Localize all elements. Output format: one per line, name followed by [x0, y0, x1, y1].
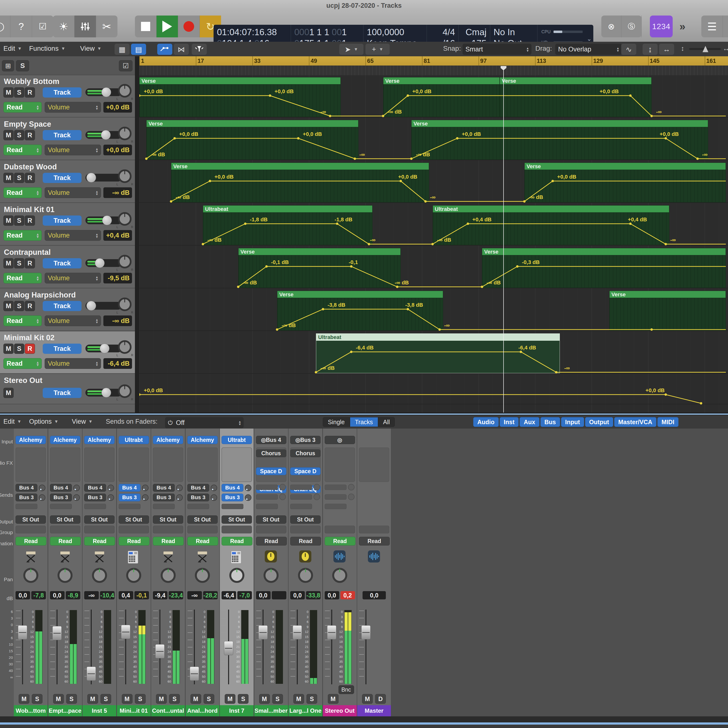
mute-button[interactable]: M — [3, 216, 14, 226]
library-icon[interactable]: ☀ — [53, 15, 75, 37]
channel-group-box[interactable] — [222, 526, 252, 534]
fader-cap[interactable] — [327, 626, 336, 639]
cut-off-icon[interactable]: ◯ — [0, 15, 11, 37]
track-level-meter[interactable] — [86, 88, 122, 96]
playhead[interactable] — [503, 66, 504, 413]
empty-send-slot[interactable] — [187, 504, 209, 509]
mixer-channel-7[interactable]: UltrabtBus 4Bus 3St OutRead-6,4-7,003691… — [220, 428, 254, 716]
solo-button[interactable]: S — [14, 344, 24, 354]
panel-divider[interactable] — [0, 413, 728, 416]
audio-fx-box[interactable] — [325, 448, 355, 482]
solo-button[interactable]: S — [14, 130, 24, 140]
automation-line[interactable] — [203, 224, 726, 244]
channel-pan-knob[interactable] — [23, 568, 38, 583]
channel-group-box[interactable] — [187, 526, 218, 534]
channel-automation-button[interactable]: Read — [84, 537, 115, 546]
meter-knob[interactable] — [86, 301, 96, 310]
channel-group-box[interactable] — [119, 526, 149, 534]
automation-node[interactable] — [170, 200, 172, 203]
send-level-knob[interactable] — [245, 494, 251, 501]
fader-cap[interactable] — [190, 667, 199, 681]
track-header-8[interactable]: Stereo OutMTrackLR — [0, 374, 135, 404]
channel-name[interactable]: Wob...ttom — [14, 705, 47, 716]
send-bus-button[interactable]: Bus 4 — [187, 484, 209, 492]
zoom-horizontal-arrows[interactable]: ↔ — [723, 44, 728, 52]
automation-node[interactable] — [650, 115, 653, 117]
channel-solo-button[interactable]: S — [306, 694, 317, 704]
solo-shield-icon[interactable]: Ⓢ — [621, 15, 642, 37]
send-bus-button[interactable]: Bus 4 — [50, 484, 72, 492]
automation-mode-dropdown[interactable]: Read▴▾ — [3, 273, 42, 283]
audio-fx-box[interactable] — [50, 448, 80, 482]
send-slot[interactable]: Bus 3 — [15, 494, 45, 502]
automation-node[interactable] — [139, 393, 141, 396]
empty-send-slot[interactable] — [84, 504, 106, 509]
audio-fx-box[interactable] — [84, 448, 115, 482]
vertical-zoom-icon[interactable]: ↨ — [642, 44, 658, 55]
channel-input-button[interactable]: Ultrabt — [222, 436, 252, 444]
mixer-channel-9[interactable]: ◎ Bus 3ChorusSpace DChan EQSt OutRead0,0… — [289, 428, 323, 716]
automation-node[interactable] — [410, 158, 413, 160]
channel-pan-knob[interactable] — [161, 568, 176, 583]
audio-fx-box[interactable] — [222, 448, 252, 482]
empty-send-row[interactable] — [256, 494, 286, 500]
channel-fader-area[interactable]: 03691215182124303540455060 — [14, 610, 47, 684]
channel-mute-button[interactable]: M — [87, 694, 98, 704]
send-bus-button[interactable]: Bus 3 — [84, 494, 106, 502]
pan-knob[interactable] — [118, 127, 132, 140]
empty-send-row[interactable] — [256, 484, 286, 491]
channel-group-box[interactable] — [325, 526, 355, 534]
fader-cap[interactable] — [121, 625, 130, 639]
crosshair-tool-select[interactable]: +▼ — [366, 44, 390, 55]
send-bus-button[interactable]: Bus 4 — [84, 484, 106, 492]
send-level-knob[interactable] — [73, 494, 80, 501]
audio-fx-box[interactable]: ChorusSpace DChan EQ — [290, 448, 321, 482]
automation-param-dropdown[interactable]: Volume▴▾ — [44, 102, 101, 113]
channel-pan-knob[interactable] — [229, 568, 245, 583]
channel-fader-area[interactable]: 03691215182124303540455060 — [220, 610, 254, 684]
meter-knob[interactable] — [102, 216, 112, 225]
mixer-view-all[interactable]: All — [378, 417, 395, 427]
channel-input-button[interactable]: ◎ Bus 4 — [256, 436, 286, 444]
record-button[interactable] — [178, 15, 200, 37]
track-level-meter[interactable] — [86, 389, 122, 396]
empty-send-slot[interactable] — [15, 504, 37, 509]
empty-send-slot[interactable] — [222, 504, 243, 509]
automation-mode-dropdown[interactable]: Read▴▾ — [3, 145, 42, 155]
solo-button[interactable]: S — [14, 173, 24, 183]
channel-automation-button[interactable]: Read — [325, 537, 355, 546]
automation-line[interactable] — [146, 138, 726, 159]
automation-node[interactable] — [664, 137, 667, 139]
automation-node[interactable] — [664, 243, 667, 245]
solo-button[interactable]: S — [14, 301, 24, 311]
mute-button[interactable]: M — [3, 344, 14, 354]
automation-mode-dropdown[interactable]: Read▴▾ — [3, 187, 42, 198]
send-slot[interactable]: Bus 4 — [187, 484, 217, 492]
send-bus-button[interactable]: Bus 4 — [15, 484, 37, 492]
empty-send-slot[interactable] — [256, 504, 278, 509]
channel-input-button[interactable]: ◎ Bus 3 — [290, 436, 321, 444]
meter-knob[interactable] — [101, 87, 111, 97]
automation-mode-dropdown[interactable]: Read▴▾ — [3, 102, 42, 113]
automation-mode-dropdown[interactable]: Read▴▾ — [3, 230, 42, 241]
menu-view[interactable]: View▼ — [80, 44, 101, 52]
channel-fader-area[interactable]: 03691215182124303540455060 — [323, 610, 357, 684]
send-level-knob[interactable] — [142, 485, 148, 491]
track-on-button[interactable]: Track — [43, 388, 81, 398]
channel-fader-area[interactable]: 03691215182124303540455060 — [48, 610, 82, 684]
drag-dropdown[interactable]: No Overlap▴▾ — [555, 44, 622, 55]
channel-name[interactable]: Inst 5 — [83, 705, 116, 716]
menu-edit[interactable]: Edit▼ — [3, 44, 22, 52]
automation-param-dropdown[interactable]: Volume▴▾ — [44, 145, 101, 155]
automation-node[interactable] — [322, 308, 324, 310]
grid-view-icon[interactable]: ▦ — [115, 44, 130, 55]
track-zones-icon[interactable]: ▤ — [131, 44, 146, 55]
channel-solo-button[interactable]: S — [135, 694, 145, 704]
channel-output-button[interactable]: St Out — [290, 515, 321, 524]
fader-cap[interactable] — [361, 626, 370, 639]
automation-node[interactable] — [202, 243, 204, 245]
send-level-knob[interactable] — [73, 485, 80, 491]
automation-line[interactable] — [139, 395, 701, 403]
track-on-button[interactable]: Track — [43, 344, 81, 354]
send-level-knob[interactable] — [176, 485, 183, 491]
